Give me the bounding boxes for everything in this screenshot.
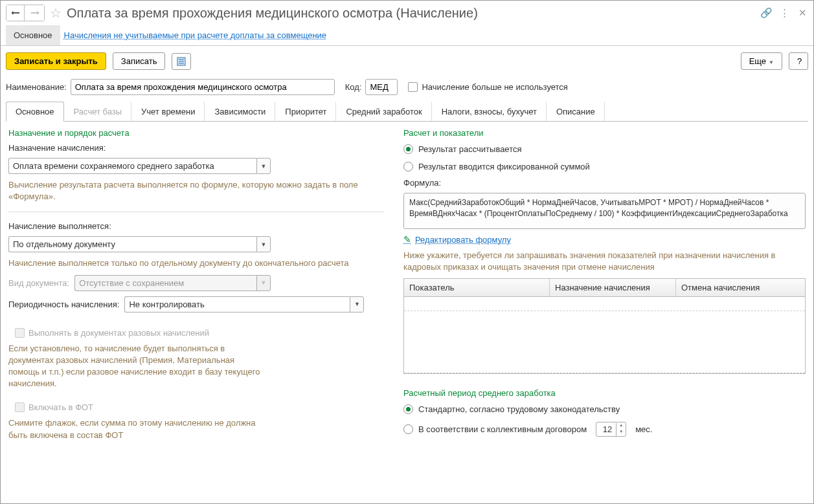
edit-formula-text: Редактировать формулу	[415, 235, 511, 245]
onetime-checkbox-wrap: Выполнять в документах разовых начислени…	[15, 328, 384, 338]
doc-type-value: Отсутствие с сохранением	[74, 275, 256, 291]
table-body[interactable]	[404, 297, 805, 373]
purpose-label: Назначение начисления:	[8, 143, 384, 153]
purpose-section-title: Назначение и порядок расчета	[8, 128, 384, 138]
tab-base[interactable]: Расчет базы	[64, 102, 132, 121]
back-button[interactable]: 🠔	[6, 5, 25, 21]
calc-section-title: Расчет и показатели	[403, 128, 806, 138]
exec-hint: Начисление выполняется только по отдельн…	[8, 257, 384, 269]
indicators-table: Показатель Назначение начисления Отмена …	[403, 278, 806, 374]
subnav-main-tab[interactable]: Основное	[6, 25, 60, 45]
radio-icon[interactable]	[403, 162, 413, 171]
content: Назначение и порядок расчета Назначение …	[1, 122, 813, 503]
app-window: 🠔 🠖 ☆ Оплата за время прохождения медици…	[0, 0, 814, 504]
divider	[8, 212, 384, 212]
more-button[interactable]: Еще	[741, 52, 782, 70]
months-unit: мес.	[635, 424, 652, 434]
spinner-up-icon[interactable]: ▲	[616, 423, 626, 430]
tab-taxes[interactable]: Налоги, взносы, бухучет	[432, 102, 547, 121]
title-tools: 🔗 ⋮ ✕	[760, 7, 808, 19]
right-column: Расчет и показатели Результат рассчитыва…	[403, 128, 806, 497]
radio-icon[interactable]	[403, 144, 413, 154]
purpose-select[interactable]: Оплата времени сохраняемого среднего зар…	[8, 158, 271, 174]
table-row[interactable]	[404, 297, 805, 311]
header-fields: Наименование: Код: Начисление больше не …	[1, 76, 813, 102]
result-fixed-radio[interactable]: Результат вводится фиксированной суммой	[403, 160, 806, 173]
name-label: Наименование:	[6, 82, 67, 92]
doc-type-label: Вид документа:	[8, 278, 69, 288]
dropdown-icon: ▼	[256, 275, 271, 291]
exec-value: По отдельному документу	[8, 236, 256, 252]
dropdown-icon[interactable]: ▼	[256, 236, 271, 252]
favorite-icon[interactable]: ☆	[49, 6, 63, 20]
fot-checkbox-wrap: Включать в ФОТ	[15, 402, 384, 412]
fot-checkbox	[15, 402, 25, 412]
radio-icon[interactable]	[403, 404, 413, 414]
fot-hint: Снимите флажок, если сумма по этому начи…	[8, 417, 261, 441]
link-icon[interactable]: 🔗	[760, 7, 772, 19]
titlebar: 🠔 🠖 ☆ Оплата за время прохождения медици…	[1, 1, 813, 25]
period-select[interactable]: Не контролировать ▼	[124, 296, 364, 312]
period-collective-radio[interactable]: В соответствии с коллективным договором …	[403, 421, 806, 438]
onetime-hint: Если установлено, то начисление будет вы…	[8, 343, 261, 390]
avg-period-section: Расчетный период среднего заработка	[403, 388, 806, 398]
subnav: Основное Начисления не учитываемые при р…	[1, 25, 813, 46]
th-indicator: Показатель	[404, 279, 550, 296]
months-value: 12	[596, 422, 616, 436]
save-button[interactable]: Записать	[113, 52, 166, 70]
period-standard-radio[interactable]: Стандартно, согласно трудовому законодат…	[403, 403, 806, 415]
th-cancel: Отмена начисления	[676, 279, 805, 296]
purpose-hint: Вычисление результата расчета выполняетс…	[8, 179, 384, 203]
save-close-button[interactable]: Записать и закрыть	[6, 52, 106, 70]
doc-type-row: Вид документа: Отсутствие с сохранением …	[8, 275, 271, 291]
tab-main[interactable]: Основное	[6, 102, 64, 122]
help-button[interactable]: ?	[789, 52, 808, 70]
table-header: Показатель Назначение начисления Отмена …	[404, 279, 805, 297]
window-title: Оплата за время прохождения медицинского…	[67, 6, 760, 21]
formula-label: Формула:	[403, 178, 806, 188]
forward-button[interactable]: 🠖	[26, 5, 44, 21]
doc-type-select: Отсутствие с сохранением ▼	[74, 275, 271, 291]
toolbar: Записать и закрыть Записать Еще ?	[1, 46, 813, 76]
tab-average[interactable]: Средний заработок	[336, 102, 431, 121]
th-assign: Назначение начисления	[550, 279, 676, 296]
subnav-link[interactable]: Начисления не учитываемые при расчете до…	[60, 25, 331, 45]
onetime-checkbox	[15, 328, 25, 338]
not-used-checkbox-wrap[interactable]: Начисление больше не используется	[408, 82, 567, 92]
result-fixed-label: Результат вводится фиксированной суммой	[418, 162, 590, 171]
tab-priority[interactable]: Приоритет	[275, 102, 336, 121]
code-input[interactable]	[365, 79, 398, 95]
code-label: Код:	[345, 82, 362, 92]
period-standard-label: Стандартно, согласно трудовому законодат…	[418, 404, 620, 414]
edit-formula-link[interactable]: ✎ Редактировать формулу	[403, 234, 806, 245]
months-spinner[interactable]: 12 ▲ ▼	[596, 422, 626, 437]
formula-box[interactable]: Макс(СреднийЗаработокОбщий * НормаДнейЧа…	[403, 193, 806, 229]
left-column: Назначение и порядок расчета Назначение …	[8, 128, 384, 497]
period-label: Периодичность начисления:	[8, 300, 119, 309]
onetime-label: Выполнять в документах разовых начислени…	[28, 328, 209, 338]
tab-desc[interactable]: Описание	[547, 102, 605, 121]
tab-deps[interactable]: Зависимости	[205, 102, 275, 121]
not-used-label: Начисление больше не используется	[422, 82, 567, 92]
pencil-icon: ✎	[403, 234, 411, 245]
radio-icon[interactable]	[403, 424, 413, 434]
tab-time[interactable]: Учет времени	[131, 102, 205, 121]
result-calc-label: Результат рассчитывается	[418, 144, 522, 154]
period-row: Периодичность начисления: Не контролиров…	[8, 296, 384, 312]
period-collective-label: В соответствии с коллективным договором	[418, 424, 587, 434]
dropdown-icon[interactable]: ▼	[350, 296, 364, 312]
exec-select[interactable]: По отдельному документу ▼	[8, 236, 271, 252]
period-value: Не контролировать	[124, 296, 350, 312]
exec-label: Начисление выполняется:	[8, 221, 384, 231]
close-icon[interactable]: ✕	[797, 7, 808, 19]
table-hint: Ниже укажите, требуется ли запрашивать з…	[403, 250, 806, 273]
list-icon	[176, 56, 187, 67]
main-tabs: Основное Расчет базы Учет времени Зависи…	[6, 102, 808, 122]
not-used-checkbox[interactable]	[408, 82, 418, 92]
name-input[interactable]	[71, 79, 335, 95]
dropdown-icon[interactable]: ▼	[256, 158, 271, 174]
result-calc-radio[interactable]: Результат рассчитывается	[403, 143, 806, 155]
more-icon[interactable]: ⋮	[778, 7, 790, 19]
spinner-down-icon[interactable]: ▼	[616, 430, 626, 436]
list-button[interactable]	[172, 53, 191, 70]
